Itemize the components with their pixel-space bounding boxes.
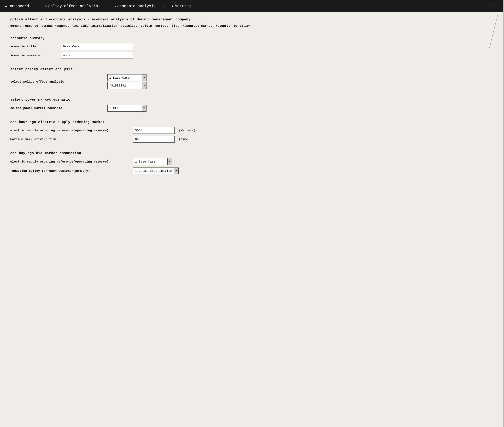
nav-sep-2: · [105, 4, 107, 8]
reduction-policy-arrow[interactable]: ▼ [174, 168, 178, 174]
nav-setting-label: setting [175, 4, 191, 8]
day-ahead-supply-arrow[interactable]: ▼ [168, 158, 172, 165]
breadcrumb: policy effect and economic analysis › ec… [10, 17, 494, 22]
power-market-select[interactable]: 2.etc ▼ [107, 105, 146, 112]
power-market-section: select power market scenario select powe… [10, 98, 494, 112]
scenario-title-label: scenario title [10, 45, 58, 48]
nav-dashboard[interactable]: ◀ Dashboard [5, 4, 29, 8]
policy-effect-select-1[interactable]: 1.Base Case ▼ [107, 74, 146, 81]
subnav-demand-response[interactable]: demand response [10, 24, 38, 28]
scenario-summary-row: scenario summary [10, 52, 494, 59]
right-margin [503, 0, 504, 427]
subnav-demand-response-financial[interactable]: demand response financial [42, 24, 88, 28]
policy-effect-select-row: select policy effect analysis 1.Base Cas… [10, 74, 494, 89]
reduction-policy-label: reduction policy for each customer(compa… [10, 169, 130, 173]
subnav-initialization[interactable]: initialization [91, 24, 117, 28]
economic-icon: ◇ [114, 4, 116, 8]
policy-effect-stacked: 1.Base Case ▼ [S190]S92 ▼ [107, 74, 146, 89]
day-ahead-supply-select[interactable]: 1.Base Case ▼ [133, 158, 172, 165]
power-market-label: select power market scenario [10, 107, 105, 110]
nav-dashboard-label: Dashboard [8, 4, 29, 8]
policy-effect-select-label: select policy effect analysis [10, 80, 105, 84]
nav-sep-1: · [36, 4, 38, 8]
dashboard-icon: ◀ [5, 4, 7, 8]
electric-supply-ref-label: electric supply ordering reference(opera… [10, 129, 130, 132]
power-market-arrow[interactable]: ▼ [142, 105, 146, 111]
content-area: policy effect and economic analysis › ec… [0, 12, 504, 188]
policy-effect-value-1: 1.Base Case [108, 75, 142, 81]
subnav-delete[interactable]: delete [141, 24, 152, 28]
reduction-policy-row: reduction policy for each customer(compa… [10, 168, 494, 174]
subnav-resource[interactable]: resource [216, 24, 230, 28]
setting-icon: ● [172, 4, 173, 8]
one-hour-ago-title: one hour-ago electric supply ordering ma… [10, 120, 494, 124]
policy-effect-section: select policy effect analysis select pol… [10, 67, 494, 89]
electric-supply-ref-input[interactable] [133, 127, 175, 134]
scenario-summary-title: scenario summary [10, 36, 494, 40]
one-day-ago-title: one day-ago bid market assumption [10, 151, 494, 155]
policy-effect-title: select policy effect analysis [10, 67, 494, 71]
nav-economic-label: economic analysis [117, 4, 156, 8]
scenario-summary-section: scenario summary scenario title scenario… [10, 36, 494, 59]
scenario-summary-input[interactable] [61, 52, 133, 59]
nav-sep-3: · [163, 4, 165, 8]
page-container: ◀ Dashboard · ○ policy effect analysis ·… [0, 0, 504, 427]
subnav-resources-market[interactable]: resources market [182, 24, 212, 28]
nav-bar: ◀ Dashboard · ○ policy effect analysis ·… [0, 0, 504, 12]
max-year-label: maximum year driving time [10, 138, 130, 141]
electric-supply-ref-unit: (MW less) [179, 129, 196, 132]
reduction-policy-value: 1.equal diatribution [133, 168, 174, 174]
max-year-unit: (time) [179, 138, 190, 141]
policy-effect-arrow-1[interactable]: ▼ [142, 75, 146, 81]
nav-policy-effect[interactable]: ○ policy effect analysis [45, 4, 98, 8]
day-ahead-supply-row: electric supply ordering reference(opera… [10, 158, 494, 165]
scenario-title-input[interactable] [61, 43, 133, 50]
policy-icon: ○ [45, 4, 47, 8]
reduction-policy-select[interactable]: 1.equal diatribution ▼ [133, 168, 179, 174]
page-number: 351 [486, 2, 497, 9]
subnav-list[interactable]: list [172, 24, 179, 28]
day-ahead-supply-value: 1.Base Case [133, 158, 168, 165]
policy-effect-select-2[interactable]: [S190]S92 ▼ [107, 82, 146, 89]
power-market-value: 2.etc [108, 105, 142, 111]
one-day-ago-section: one day-ago bid market assumption electr… [10, 151, 494, 174]
sub-nav: demand response demand response financia… [10, 24, 494, 28]
max-year-input[interactable] [133, 136, 175, 143]
subnav-condition[interactable]: condition [234, 24, 250, 28]
day-ahead-supply-label: electric supply ordering reference(opera… [10, 160, 130, 163]
power-market-row: select power market scenario 2.etc ▼ [10, 105, 494, 112]
policy-effect-arrow-2[interactable]: ▼ [142, 82, 146, 89]
subnav-correct[interactable]: correct [155, 24, 168, 28]
max-year-row: maximum year driving time (time) [10, 136, 494, 143]
nav-policy-label: policy effect analysis [48, 4, 98, 8]
electric-supply-ref-row: electric supply ordering reference(opera… [10, 127, 494, 134]
scenario-summary-label: scenario summary [10, 54, 58, 57]
one-hour-ago-section: one hour-ago electric supply ordering ma… [10, 120, 494, 143]
subnav-basiclist[interactable]: basiclist [120, 24, 137, 28]
nav-setting[interactable]: ● setting [172, 4, 191, 8]
nav-economic[interactable]: ◇ economic analysis [114, 4, 156, 8]
policy-effect-value-2: [S190]S92 [108, 82, 142, 89]
scenario-title-row: scenario title [10, 43, 494, 50]
power-market-title: select power market scenario [10, 98, 494, 102]
